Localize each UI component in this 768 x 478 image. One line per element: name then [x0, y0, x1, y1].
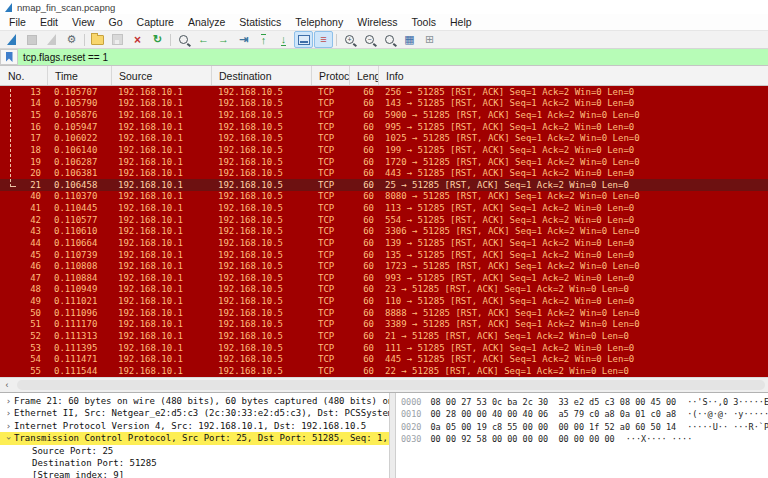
cell-info: 139 → 51285 [RST, ACK] Seq=1 Ack=2 Win=0… — [379, 238, 768, 248]
cell-source: 192.168.10.1 — [112, 87, 212, 97]
packet-row[interactable]: 410.110445192.168.10.1192.168.10.5TCP601… — [0, 202, 768, 214]
stop-capture-icon[interactable] — [22, 31, 41, 48]
menu-item-tools[interactable]: Tools — [404, 16, 443, 28]
filter-bookmark-button[interactable] — [0, 49, 18, 65]
menu-item-statistics[interactable]: Statistics — [232, 16, 288, 28]
zoom-reset-icon[interactable] — [380, 31, 399, 48]
menu-item-file[interactable]: File — [2, 16, 33, 28]
packet-row[interactable]: 470.110884192.168.10.1192.168.10.5TCP609… — [0, 272, 768, 284]
auto-scroll-icon[interactable] — [294, 31, 313, 48]
go-first-icon[interactable]: ↑ — [254, 31, 273, 48]
save-file-icon[interactable] — [108, 31, 127, 48]
reload-icon[interactable]: ↻ — [148, 31, 167, 48]
hex-row[interactable]: 003000 00 92 58 00 00 00 00 00 00 00 00·… — [401, 433, 768, 445]
floppy-icon — [112, 34, 123, 45]
packet-row[interactable]: 130.105707192.168.10.1192.168.10.5TCP602… — [0, 86, 768, 98]
menu-item-wireless[interactable]: Wireless — [350, 16, 404, 28]
cell-info: 135 → 51285 [RST, ACK] Seq=1 Ack=2 Win=0… — [379, 250, 768, 260]
scroll-left-arrow[interactable]: ‹ — [0, 379, 14, 391]
menu-item-analyze[interactable]: Analyze — [181, 16, 232, 28]
zoom-out-icon[interactable]: − — [360, 31, 379, 48]
reset-layout-icon[interactable]: ⊞ — [420, 31, 439, 48]
stop-square-icon — [27, 35, 37, 45]
expand-arrow-icon[interactable]: › — [3, 420, 14, 432]
hex-row[interactable]: 00200a 05 00 19 c8 55 00 00 00 00 1f 52 … — [401, 421, 768, 433]
expand-arrow-icon[interactable]: › — [3, 395, 14, 407]
go-last-icon[interactable]: ↓ — [274, 31, 293, 48]
packet-row[interactable]: 540.111471192.168.10.1192.168.10.5TCP604… — [0, 353, 768, 365]
packet-row[interactable]: 500.111096192.168.10.1192.168.10.5TCP608… — [0, 307, 768, 319]
packet-row[interactable]: 530.111395192.168.10.1192.168.10.5TCP601… — [0, 342, 768, 354]
pane-splitter[interactable] — [389, 393, 396, 478]
menu-item-go[interactable]: Go — [102, 16, 130, 28]
capture-options-icon[interactable]: ⚙ — [62, 31, 81, 48]
packet-row[interactable]: 450.110739192.168.10.1192.168.10.5TCP601… — [0, 249, 768, 261]
cell-destination: 192.168.10.5 — [212, 250, 312, 260]
start-capture-icon[interactable] — [2, 31, 21, 48]
detail-line[interactable]: [Stream index: 9] — [0, 469, 389, 478]
restart-capture-icon[interactable] — [42, 31, 61, 48]
menu-item-help[interactable]: Help — [443, 16, 479, 28]
cell-no: 54 — [0, 354, 48, 364]
go-to-packet-icon[interactable]: ⇥ — [234, 31, 253, 48]
resize-columns-icon[interactable]: ▦ — [400, 31, 419, 48]
detail-line[interactable]: ›Ethernet II, Src: Netgear_e2:d5:c3 (2c:… — [0, 407, 389, 419]
go-forward-icon[interactable]: → — [214, 31, 233, 48]
menu-item-telephony[interactable]: Telephony — [288, 16, 350, 28]
detail-line[interactable]: Destination Port: 51285 — [0, 457, 389, 469]
collapse-arrow-icon[interactable]: › — [2, 433, 14, 444]
column-header-destination[interactable]: Destination — [212, 66, 312, 85]
packet-row[interactable]: 200.106381192.168.10.1192.168.10.5TCP604… — [0, 167, 768, 179]
close-file-icon[interactable]: × — [128, 31, 147, 48]
cell-time: 0.106140 — [48, 145, 112, 155]
cell-source: 192.168.10.1 — [112, 145, 212, 155]
column-header-source[interactable]: Source — [112, 66, 212, 85]
packet-row[interactable]: 210.106458192.168.10.1192.168.10.5TCP602… — [0, 179, 768, 191]
packet-row[interactable]: 480.110949192.168.10.1192.168.10.5TCP602… — [0, 284, 768, 296]
go-back-icon[interactable]: ← — [194, 31, 213, 48]
detail-line[interactable]: ›Internet Protocol Version 4, Src: 192.1… — [0, 420, 389, 432]
hex-row[interactable]: 001000 28 00 00 40 00 40 06 a5 79 c0 a8 … — [401, 408, 768, 420]
packet-row[interactable]: 160.105947192.168.10.1192.168.10.5TCP609… — [0, 121, 768, 133]
column-header-no[interactable]: No. — [0, 66, 48, 85]
open-file-icon[interactable] — [88, 31, 107, 48]
menu-item-capture[interactable]: Capture — [130, 16, 181, 28]
packet-row[interactable]: 400.110370192.168.10.1192.168.10.5TCP608… — [0, 191, 768, 203]
packet-row[interactable]: 440.110664192.168.10.1192.168.10.5TCP601… — [0, 237, 768, 249]
packet-row[interactable]: 420.110577192.168.10.1192.168.10.5TCP605… — [0, 214, 768, 226]
detail-line[interactable]: ›Transmission Control Protocol, Src Port… — [0, 432, 389, 444]
packet-row[interactable]: 490.111021192.168.10.1192.168.10.5TCP601… — [0, 295, 768, 307]
packet-row[interactable]: 460.110808192.168.10.1192.168.10.5TCP601… — [0, 260, 768, 272]
packet-row[interactable]: 150.105876192.168.10.1192.168.10.5TCP605… — [0, 109, 768, 121]
column-header-time[interactable]: Time — [48, 66, 112, 85]
column-header-lengtl[interactable]: Lengtl — [350, 66, 379, 85]
cell-protocol: TCP — [312, 319, 350, 329]
packet-row[interactable]: 510.111170192.168.10.1192.168.10.5TCP603… — [0, 319, 768, 331]
packet-row[interactable]: 520.111313192.168.10.1192.168.10.5TCP602… — [0, 330, 768, 342]
cell-protocol: TCP — [312, 110, 350, 120]
detail-line[interactable]: ›Frame 21: 60 bytes on wire (480 bits), … — [0, 395, 389, 407]
packet-row[interactable]: 140.105790192.168.10.1192.168.10.5TCP601… — [0, 98, 768, 110]
packet-row[interactable]: 190.106287192.168.10.1192.168.10.5TCP601… — [0, 156, 768, 168]
column-header-info[interactable]: Info — [379, 66, 768, 85]
expand-arrow-icon[interactable]: › — [3, 407, 14, 419]
menu-item-view[interactable]: View — [65, 16, 102, 28]
hex-ascii: ··'S··,0 3·····E· — [687, 397, 768, 407]
packet-row[interactable]: 180.106140192.168.10.1192.168.10.5TCP601… — [0, 144, 768, 156]
packet-row[interactable]: 430.110610192.168.10.1192.168.10.5TCP603… — [0, 226, 768, 238]
scrollbar-track[interactable] — [17, 380, 765, 390]
horizontal-scrollbar[interactable]: ‹ — [0, 377, 768, 392]
find-packet-icon[interactable] — [174, 31, 193, 48]
detail-line[interactable]: Source Port: 25 — [0, 445, 389, 457]
colorize-icon[interactable]: ≡ — [314, 31, 333, 48]
column-header-protocol[interactable]: Protocol — [312, 66, 350, 85]
cell-info: 113 → 51285 [RST, ACK] Seq=1 Ack=2 Win=0… — [379, 203, 768, 213]
zoom-in-icon[interactable]: + — [340, 31, 359, 48]
display-filter-input[interactable]: tcp.flags.reset == 1 — [18, 49, 768, 65]
cell-no: 45 — [0, 250, 48, 260]
cell-protocol: TCP — [312, 331, 350, 341]
packet-row[interactable]: 550.111544192.168.10.1192.168.10.5TCP602… — [0, 365, 768, 377]
menu-item-edit[interactable]: Edit — [33, 16, 65, 28]
packet-row[interactable]: 170.106022192.168.10.1192.168.10.5TCP601… — [0, 133, 768, 145]
hex-row[interactable]: 000008 00 27 53 0c ba 2c 30 33 e2 d5 c3 … — [401, 396, 768, 408]
